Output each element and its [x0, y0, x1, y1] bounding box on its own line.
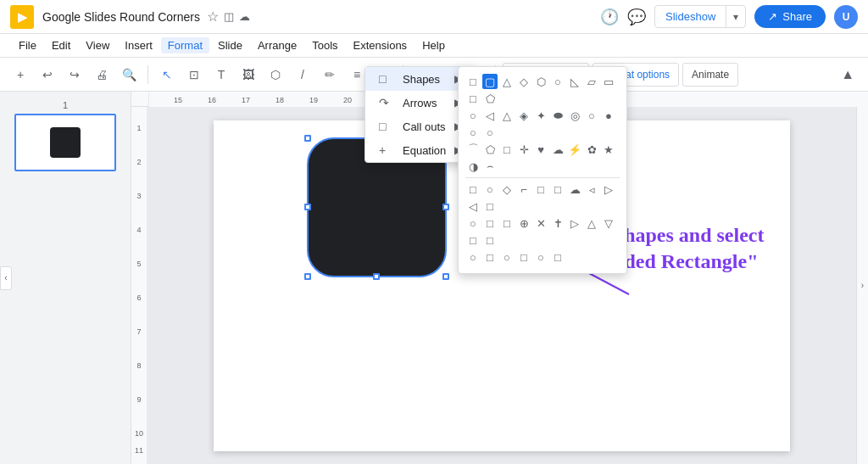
shape-octagon[interactable]: ⬠ — [482, 91, 498, 106]
shape-s7[interactable]: ☁ — [567, 182, 582, 197]
shape-t8[interactable]: △ — [584, 215, 599, 231]
handle-middle-right[interactable] — [442, 204, 449, 210]
drive-icon[interactable]: ◫ — [224, 10, 234, 23]
shape-pentagon[interactable]: ⬠ — [482, 142, 498, 157]
redo-button[interactable]: ↪ — [63, 63, 86, 87]
menu-item-edit[interactable]: Edit — [45, 37, 77, 53]
shape-u4[interactable]: □ — [516, 249, 531, 265]
shape-diamond[interactable]: ◇ — [516, 74, 531, 89]
history-icon[interactable]: 🕐 — [600, 8, 619, 26]
shape-triangle[interactable]: △ — [499, 74, 515, 89]
handle-bottom-middle[interactable] — [373, 273, 380, 280]
shape-t1[interactable]: ○ — [465, 215, 481, 231]
shape-star2[interactable]: ★ — [601, 142, 616, 157]
handle-bottom-left[interactable] — [304, 273, 311, 280]
star-icon[interactable]: ☆ — [207, 8, 219, 25]
shape-s2[interactable]: ○ — [482, 182, 498, 197]
shape-right-triangle[interactable]: ◺ — [567, 74, 582, 89]
shape-t4[interactable]: ⊕ — [516, 215, 531, 231]
animate-button[interactable]: Animate — [682, 63, 738, 87]
image-button[interactable]: 🖼 — [236, 63, 260, 87]
shape-s11[interactable]: □ — [482, 198, 498, 214]
undo-button[interactable]: ↩ — [36, 63, 59, 87]
shape-t6[interactable]: ✝ — [550, 215, 565, 231]
shape-u6[interactable]: □ — [550, 249, 565, 265]
shape-half-circle[interactable]: ◑ — [465, 159, 481, 174]
shape-s10[interactable]: ◁ — [465, 198, 481, 214]
shape-t5[interactable]: ✕ — [533, 215, 548, 231]
menu-item-file[interactable]: File — [12, 37, 43, 53]
shape-circle6[interactable]: ○ — [465, 125, 481, 140]
select-button[interactable]: ⊡ — [182, 63, 206, 87]
slideshow-dropdown-arrow[interactable]: ▾ — [726, 7, 745, 27]
shape-star[interactable]: ✦ — [533, 108, 548, 123]
shape-u2[interactable]: □ — [482, 249, 498, 265]
slideshow-button[interactable]: Slideshow ▾ — [654, 5, 746, 28]
scribble-button[interactable]: ✏ — [318, 63, 342, 87]
shape-rect4[interactable]: □ — [499, 142, 515, 157]
shape-s1[interactable]: □ — [465, 182, 481, 197]
shape-crescent[interactable]: ⌒ — [465, 142, 481, 157]
menu-item-insert[interactable]: Insert — [118, 37, 159, 53]
handle-bottom-right[interactable] — [442, 273, 449, 280]
shape-u5[interactable]: ○ — [533, 249, 548, 265]
shape-u1[interactable]: ○ — [465, 249, 481, 265]
handle-top-left[interactable] — [304, 135, 311, 142]
menu-item-format[interactable]: Format — [161, 37, 209, 53]
handle-middle-left[interactable] — [304, 204, 311, 210]
shape-circle5[interactable]: ● — [601, 108, 616, 123]
shape-lightning[interactable]: ⚡ — [567, 142, 582, 157]
shape-s6[interactable]: □ — [550, 182, 565, 197]
shape-heart[interactable]: ♥ — [533, 142, 548, 157]
zoom-button[interactable]: 🔍 — [117, 63, 141, 87]
menu-item-view[interactable]: View — [79, 37, 116, 53]
shape-hexagon[interactable]: ⬡ — [533, 74, 548, 89]
shape-s5[interactable]: □ — [533, 182, 548, 197]
avatar[interactable]: U — [834, 5, 858, 29]
shape-s8[interactable]: ◃ — [584, 182, 599, 197]
shape-arrow-left[interactable]: ◁ — [482, 108, 498, 123]
slideshow-main-label[interactable]: Slideshow — [655, 6, 726, 27]
shape-cloud[interactable]: ☁ — [550, 142, 565, 157]
slide-thumbnail[interactable] — [14, 114, 116, 171]
shape-t3[interactable]: □ — [499, 215, 515, 231]
shape-t2[interactable]: □ — [482, 215, 498, 231]
shape-t11[interactable]: □ — [482, 232, 498, 248]
cloud-icon[interactable]: ☁ — [239, 10, 250, 23]
shape-u3[interactable]: ○ — [499, 249, 515, 265]
slide-panel-collapse-button[interactable]: ‹ — [0, 266, 12, 290]
shape-s9[interactable]: ▷ — [601, 182, 616, 197]
share-button[interactable]: ↗ Share — [754, 5, 826, 28]
shape-circle4[interactable]: ○ — [584, 108, 599, 123]
text-button[interactable]: T — [209, 63, 233, 87]
shape-triangle2[interactable]: △ — [499, 108, 515, 123]
shape-s3[interactable]: ◇ — [499, 182, 515, 197]
zoom-in-button[interactable]: + — [8, 63, 32, 87]
shape-cross[interactable]: ✛ — [516, 142, 531, 157]
shape-circle2[interactable]: ○ — [465, 108, 481, 123]
shape-s4[interactable]: ⌐ — [516, 182, 531, 197]
shape-t9[interactable]: ▽ — [601, 215, 616, 231]
shape-diamond2[interactable]: ◈ — [516, 108, 531, 123]
line-button[interactable]: / — [291, 63, 314, 87]
menu-item-extensions[interactable]: Extensions — [347, 37, 415, 53]
shape-rect3[interactable]: □ — [465, 91, 481, 106]
shape-rect2[interactable]: ▭ — [601, 74, 616, 89]
print-button[interactable]: 🖨 — [90, 63, 114, 87]
right-panel-collapse[interactable]: › — [856, 107, 868, 464]
menu-item-slide[interactable]: Slide — [211, 37, 249, 53]
shape-circle3[interactable]: ◎ — [567, 108, 582, 123]
menu-item-arrange[interactable]: Arrange — [251, 37, 303, 53]
shape-cylinder[interactable]: ⬬ — [550, 108, 565, 123]
shape-flower[interactable]: ✿ — [584, 142, 599, 157]
shape-rectangle[interactable]: □ — [465, 74, 481, 89]
shape-t7[interactable]: ▷ — [567, 215, 582, 231]
chat-icon[interactable]: 💬 — [627, 8, 646, 26]
toolbar-collapse-button[interactable]: ▲ — [836, 67, 860, 82]
shape-rounded-rectangle[interactable]: ▢ — [482, 74, 498, 89]
shape-parallelogram[interactable]: ▱ — [584, 74, 599, 89]
menu-item-help[interactable]: Help — [415, 37, 452, 53]
shape-circle7[interactable]: ○ — [482, 125, 498, 140]
menu-item-tools[interactable]: Tools — [305, 37, 344, 53]
shape-arc[interactable]: ⌢ — [482, 159, 498, 174]
